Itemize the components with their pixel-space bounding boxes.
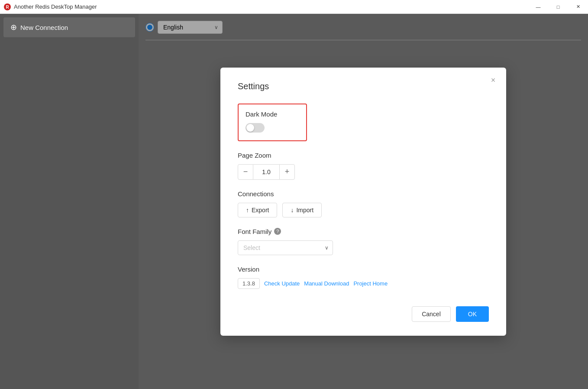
modal-overlay: × Settings Dark Mode Page Zoom — [139, 14, 588, 389]
import-icon: ↓ — [291, 207, 294, 214]
sidebar: ⊕ New Connection — [0, 14, 139, 389]
window-close-button[interactable]: ✕ — [568, 0, 588, 14]
minimize-button[interactable]: — — [528, 0, 548, 14]
export-icon: ↑ — [246, 207, 249, 214]
version-row: 1.3.8 Check Update Manual Download Proje… — [238, 278, 489, 289]
zoom-decrease-button[interactable]: − — [238, 164, 253, 180]
settings-dialog: × Settings Dark Mode Page Zoom — [220, 68, 506, 336]
export-label: Export — [252, 207, 269, 214]
font-family-select-wrapper: Select — [238, 240, 333, 255]
dark-mode-section: Dark Mode — [238, 104, 307, 141]
cancel-button[interactable]: Cancel — [412, 306, 451, 322]
new-connection-button[interactable]: ⊕ New Connection — [3, 17, 135, 37]
connections-section: Connections ↑ Export ↓ Import — [238, 190, 489, 217]
import-label: Import — [296, 207, 313, 214]
dialog-title: Settings — [238, 81, 489, 91]
connections-label: Connections — [238, 190, 489, 198]
svg-text:R: R — [6, 5, 9, 10]
version-section: Version 1.3.8 Check Update Manual Downlo… — [238, 266, 489, 289]
new-connection-label: New Connection — [20, 24, 68, 31]
page-zoom-section: Page Zoom − 1.0 + — [238, 152, 489, 180]
font-family-label: Font Family — [238, 228, 271, 235]
font-family-section: Font Family ? Select — [238, 228, 489, 255]
zoom-increase-button[interactable]: + — [279, 164, 295, 180]
font-family-select[interactable]: Select — [238, 240, 333, 255]
page-zoom-label: Page Zoom — [238, 152, 489, 159]
right-panel: English × Settings Dark Mode — [139, 14, 588, 389]
dark-mode-toggle[interactable] — [246, 123, 299, 133]
dialog-close-button[interactable]: × — [487, 75, 499, 87]
version-badge: 1.3.8 — [238, 278, 260, 289]
dark-mode-label: Dark Mode — [246, 110, 299, 118]
manual-download-link[interactable]: Manual Download — [304, 280, 349, 287]
window-controls: — □ ✕ — [528, 0, 588, 14]
zoom-value: 1.0 — [253, 164, 279, 180]
maximize-button[interactable]: □ — [548, 0, 568, 14]
check-update-link[interactable]: Check Update — [264, 280, 300, 287]
toggle-thumb — [246, 124, 254, 132]
main-layout: ⊕ New Connection English × Settings — [0, 14, 588, 389]
project-home-link[interactable]: Project Home — [353, 280, 388, 287]
connections-buttons: ↑ Export ↓ Import — [238, 203, 489, 217]
toggle-track — [246, 123, 265, 133]
app-title: Another Redis DeskTop Manager — [14, 3, 97, 10]
title-bar: R Another Redis DeskTop Manager — □ ✕ — [0, 0, 588, 14]
font-family-label-row: Font Family ? — [238, 228, 489, 235]
import-button[interactable]: ↓ Import — [282, 203, 322, 217]
zoom-control: − 1.0 + — [238, 164, 489, 180]
version-label: Version — [238, 266, 489, 273]
dialog-footer: Cancel OK — [238, 306, 489, 322]
title-bar-left: R Another Redis DeskTop Manager — [3, 3, 97, 11]
plus-icon: ⊕ — [10, 23, 17, 32]
export-button[interactable]: ↑ Export — [238, 203, 277, 217]
font-family-help-icon: ? — [274, 228, 281, 235]
ok-button[interactable]: OK — [456, 306, 489, 322]
app-icon: R — [3, 3, 11, 11]
